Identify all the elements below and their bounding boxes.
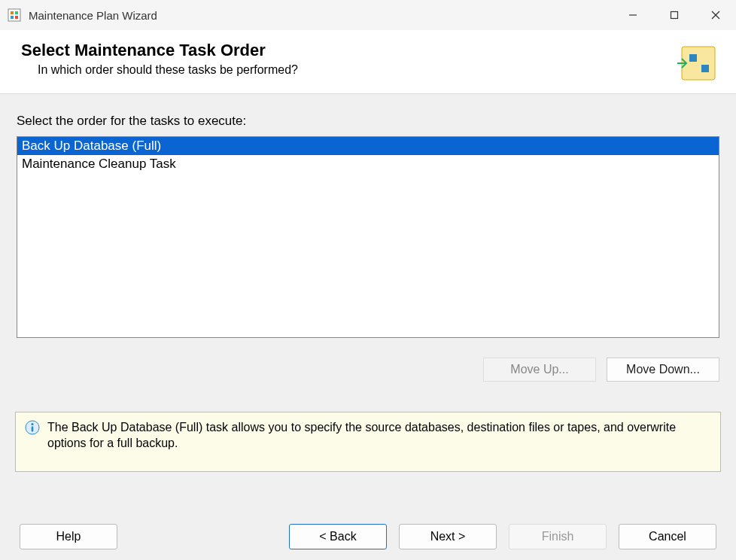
list-item[interactable]: Maintenance Cleanup Task [17,155,719,173]
svg-rect-3 [11,16,14,19]
svg-rect-2 [15,11,18,14]
wizard-header: Select Maintenance Task Order In which o… [0,30,736,94]
svg-point-13 [31,423,33,425]
svg-rect-0 [8,9,20,21]
app-icon [8,8,21,22]
help-button[interactable]: Help [20,524,117,549]
list-item[interactable]: Back Up Database (Full) [17,137,719,155]
next-button[interactable]: Next > [399,524,497,549]
instruction-label: Select the order for the tasks to execut… [17,114,719,129]
svg-rect-1 [11,11,14,14]
move-down-button[interactable]: Move Down... [607,358,719,382]
close-button[interactable] [695,0,736,30]
wizard-footer: Help < Back Next > Finish Cancel [0,524,736,549]
page-subtitle: In which order should these tasks be per… [38,63,676,77]
content-area: Select the order for the tasks to execut… [0,94,736,389]
cancel-button[interactable]: Cancel [619,524,716,549]
svg-rect-14 [32,427,34,432]
page-title: Select Maintenance Task Order [21,41,676,60]
wizard-graphic-icon [676,41,721,86]
info-panel: The Back Up Database (Full) task allows … [15,412,721,472]
svg-rect-4 [15,16,18,19]
back-button[interactable]: < Back [289,524,387,549]
svg-rect-11 [701,65,709,72]
info-text: The Back Up Database (Full) task allows … [47,420,711,452]
svg-rect-6 [671,12,677,19]
window-title: Maintenance Plan Wizard [29,9,612,22]
svg-rect-10 [689,54,697,62]
task-order-listbox[interactable]: Back Up Database (Full)Maintenance Clean… [17,136,719,338]
info-icon [25,420,40,435]
finish-button[interactable]: Finish [509,524,607,549]
minimize-button[interactable] [612,0,653,30]
maximize-button[interactable] [653,0,695,30]
titlebar: Maintenance Plan Wizard [0,0,736,30]
move-up-button[interactable]: Move Up... [483,358,596,382]
